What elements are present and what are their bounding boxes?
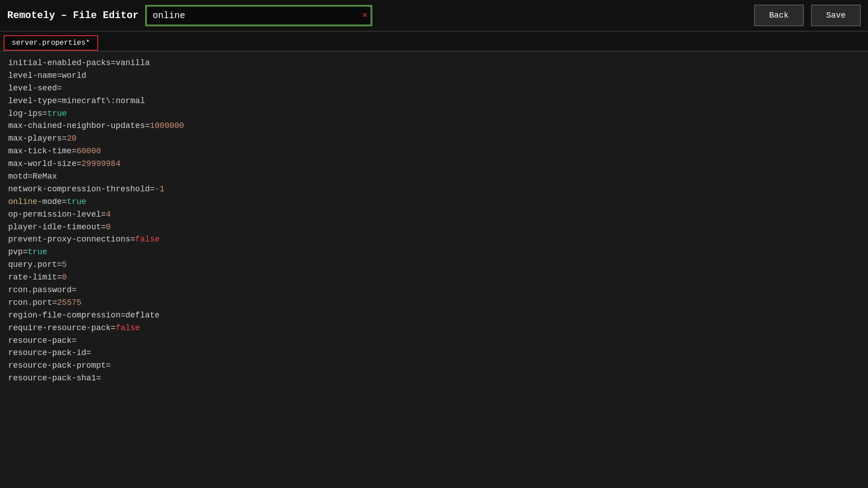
editor-line: prevent-proxy-connections=false <box>8 233 860 246</box>
editor-area[interactable]: initial-enabled-packs=vanillalevel-name=… <box>0 52 868 488</box>
editor-line: max-world-size=29999984 <box>8 158 860 171</box>
editor-line: rate-limit=0 <box>8 271 860 284</box>
editor-line: max-chained-neighbor-updates=1000000 <box>8 120 860 133</box>
editor-line: query.port=5 <box>8 259 860 271</box>
editor-line: resource-pack= <box>8 335 860 347</box>
search-container: ✕ <box>146 5 372 26</box>
editor-line: max-players=20 <box>8 133 860 145</box>
editor-line: region-file-compression=deflate <box>8 309 860 322</box>
search-input[interactable] <box>146 5 372 26</box>
editor-line: op-permission-level=4 <box>8 208 860 221</box>
editor-line: level-name=world <box>8 70 860 82</box>
back-button[interactable]: Back <box>754 5 804 26</box>
clear-search-button[interactable]: ✕ <box>362 11 367 20</box>
editor-line: level-type=minecraft\:normal <box>8 95 860 108</box>
editor-line: motd=ReMax <box>8 171 860 183</box>
editor-line: resource-pack-sha1= <box>8 372 860 385</box>
editor-line: require-resource-pack=false <box>8 322 860 335</box>
editor-line: online-mode=true <box>8 196 860 208</box>
editor-line: log-ips=true <box>8 108 860 120</box>
tab-server-properties[interactable]: server.properties* <box>4 35 98 51</box>
editor-line: rcon.password= <box>8 284 860 297</box>
editor-line: rcon.port=25575 <box>8 297 860 309</box>
tabs-bar: server.properties* <box>0 32 868 52</box>
editor-line: initial-enabled-packs=vanilla <box>8 57 860 70</box>
header: Remotely – File Editor ✕ Back Save <box>0 0 868 32</box>
editor-line: resource-pack-id= <box>8 347 860 360</box>
editor-line: max-tick-time=60000 <box>8 145 860 158</box>
editor-line: network-compression-threshold=-1 <box>8 183 860 196</box>
editor-line: level-seed= <box>8 82 860 95</box>
editor-line: pvp=true <box>8 246 860 259</box>
save-button[interactable]: Save <box>811 5 861 26</box>
editor-line: player-idle-timeout=0 <box>8 221 860 234</box>
app-title: Remotely – File Editor <box>7 10 138 21</box>
editor-line: resource-pack-prompt= <box>8 360 860 372</box>
